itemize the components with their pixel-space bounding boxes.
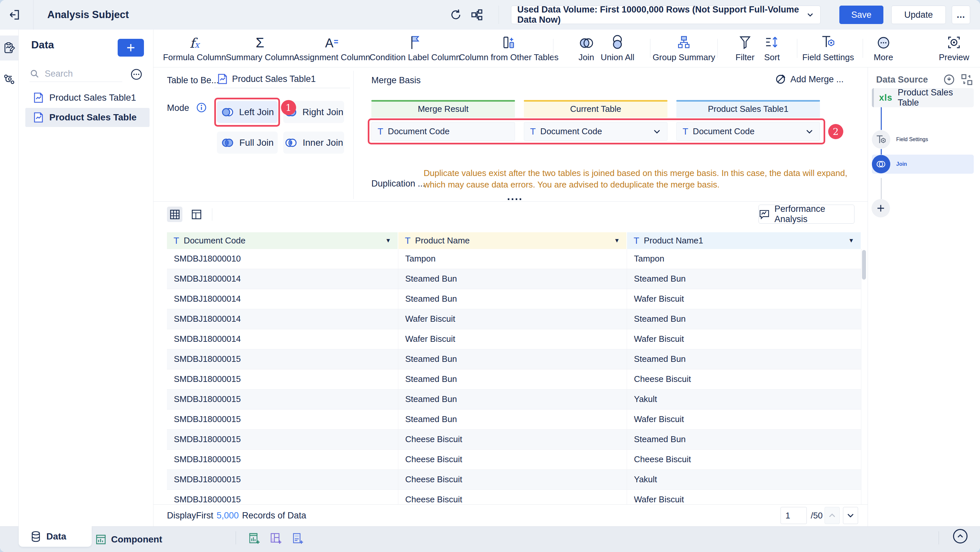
- column-header-product-name[interactable]: T Product Name ▼: [398, 232, 627, 249]
- divider: [939, 531, 939, 544]
- add-chart-icon[interactable]: [247, 531, 262, 546]
- add-merge-button[interactable]: Add Merge ...: [775, 73, 844, 85]
- add-step-button[interactable]: [872, 199, 890, 217]
- inner-join-icon: [284, 137, 298, 149]
- search-input[interactable]: [44, 69, 115, 79]
- union-all-icon: [611, 35, 624, 49]
- full-join-button[interactable]: Full Join: [217, 132, 278, 154]
- toolbar-summary-column[interactable]: Σ Summary Column: [226, 30, 294, 67]
- database-icon: [30, 531, 41, 542]
- table-row: SMDBJ18000015Steamed BunWafer Biscuit: [167, 410, 861, 430]
- join-node[interactable]: Join: [872, 155, 974, 174]
- add-merge-icon: [775, 73, 786, 85]
- toolbar-more[interactable]: More: [873, 30, 893, 67]
- toolbar-field-settings[interactable]: Field Settings: [802, 30, 854, 67]
- toolbar-preview[interactable]: Preview: [939, 30, 969, 67]
- full-join-icon: [221, 137, 235, 149]
- add-report-icon[interactable]: [291, 531, 305, 546]
- flow-view-icon[interactable]: [469, 8, 484, 22]
- text-type-icon: T: [405, 236, 410, 246]
- exit-icon[interactable]: [8, 8, 22, 22]
- column-view-button[interactable]: [189, 207, 204, 222]
- inner-join-button[interactable]: Inner Join: [283, 132, 344, 154]
- toolbar-sort[interactable]: Sort: [764, 30, 780, 67]
- data-volume-label: Used Data Volume: First 10000,000 Rows (…: [517, 5, 806, 25]
- column-dropdown-icon[interactable]: ▼: [385, 237, 391, 244]
- source-table-name: Product Sales Table: [898, 88, 974, 108]
- info-icon[interactable]: [196, 102, 207, 113]
- history-icon[interactable]: [943, 73, 955, 86]
- add-dashboard-icon[interactable]: [269, 531, 283, 546]
- table-row: SMDBJ18000015Cheese BiscuitYakult: [167, 470, 861, 490]
- page-up-button[interactable]: [824, 507, 840, 524]
- toolbar-union-all[interactable]: Union All: [601, 30, 635, 67]
- text-type-icon: T: [173, 236, 179, 246]
- tab-data[interactable]: Data: [19, 526, 92, 547]
- grid-view-icon: [169, 209, 180, 220]
- divider: [553, 39, 554, 58]
- column-dropdown-icon[interactable]: ▼: [614, 237, 620, 244]
- table-body: SMDBJ18000010TamponTampon SMDBJ18000014S…: [167, 249, 861, 504]
- toolbar-join[interactable]: Join: [578, 30, 594, 67]
- table-list-item-selected[interactable]: Product Sales Table: [25, 108, 150, 127]
- performance-analysis-button[interactable]: Performance Analysis: [759, 204, 854, 224]
- table-row: SMDBJ18000015Steamed BunCheese Biscuit: [167, 369, 861, 389]
- rail-analysis-icon[interactable]: [0, 35, 18, 61]
- display-prefix: DisplayFirst: [167, 511, 213, 521]
- merge-basis-title: Merge Basis: [371, 75, 421, 86]
- chip-accent-bar: [371, 100, 515, 102]
- column-header-document-code[interactable]: T Document Code ▼: [167, 232, 398, 249]
- panel-more-icon[interactable]: [130, 68, 143, 81]
- search-box: [30, 66, 122, 82]
- highlight-box-1: [214, 98, 280, 127]
- assignment-icon: A: [325, 35, 339, 49]
- vertical-scrollbar[interactable]: [862, 250, 866, 280]
- data-panel: Data Product Sales Table1 Product Sales …: [19, 30, 153, 526]
- left-rail: [0, 30, 19, 526]
- toolbar-condition-label-column[interactable]: Condition Label Column: [369, 30, 461, 67]
- table-doc-icon: [217, 73, 228, 85]
- layout-swap-icon[interactable]: [961, 73, 973, 86]
- page-input[interactable]: [781, 507, 807, 524]
- toolbar-formula-column[interactable]: fx Formula Column: [163, 30, 226, 67]
- collapse-panel-button[interactable]: [953, 529, 967, 544]
- save-button[interactable]: Save: [839, 6, 883, 24]
- toolbar-column-from-other-tables[interactable]: Column from Other Tables: [459, 30, 559, 67]
- chevron-up-icon: [828, 511, 836, 520]
- grid-view-button[interactable]: [167, 207, 182, 222]
- page-title: Analysis Subject: [47, 0, 129, 30]
- divider: [235, 531, 236, 544]
- column-view-icon: [191, 209, 202, 220]
- add-table-button[interactable]: [118, 39, 144, 57]
- table-row: SMDBJ18000014Wafer BiscuitSteamed Bun: [167, 309, 861, 329]
- flag-icon: [409, 35, 422, 49]
- refresh-icon[interactable]: [448, 8, 463, 22]
- table-name: Product Sales Table1: [49, 93, 136, 103]
- edit-toolbar: fx Formula Column Σ Summary Column A Ass…: [153, 30, 980, 67]
- table-row: SMDBJ18000015Steamed BunSteamed Bun: [167, 349, 861, 369]
- chevron-down-icon: [846, 511, 855, 520]
- table-header-row: T Document Code ▼ T Product Name ▼ T Pro…: [167, 232, 861, 249]
- chip-accent-bar: [524, 100, 667, 102]
- data-volume-select[interactable]: Used Data Volume: First 10000,000 Rows (…: [511, 6, 821, 24]
- column-dropdown-icon[interactable]: ▼: [848, 237, 854, 244]
- component-icon: [95, 534, 107, 545]
- column-header-product-name1[interactable]: T Product Name1 ▼: [627, 232, 861, 249]
- tab-component[interactable]: Component: [95, 530, 162, 549]
- merge-chip-result: Merge Result: [371, 100, 515, 118]
- toolbar-group-summary[interactable]: Group Summary: [653, 30, 716, 67]
- page-down-button[interactable]: [843, 507, 858, 524]
- divider: [212, 208, 212, 221]
- toolbar-assignment-column[interactable]: A Assignment Column: [294, 30, 371, 67]
- more-actions-button[interactable]: ...: [952, 6, 970, 24]
- table-list-item[interactable]: Product Sales Table1: [25, 88, 150, 107]
- highlight-box-2: [368, 118, 825, 144]
- update-button[interactable]: Update: [891, 6, 946, 24]
- toolbar-filter[interactable]: Filter: [735, 30, 754, 67]
- table-to-be-value[interactable]: Product Sales Table1: [217, 73, 316, 85]
- rail-flow-icon[interactable]: [0, 67, 18, 91]
- source-table-node[interactable]: xls Product Sales Table: [872, 88, 974, 107]
- join-config-area: Table to Be... Product Sales Table1 Mode…: [153, 67, 868, 202]
- field-settings-node[interactable]: Field Settings: [872, 130, 974, 149]
- table-row: SMDBJ18000015Cheese BiscuitCheese Biscui…: [167, 450, 861, 470]
